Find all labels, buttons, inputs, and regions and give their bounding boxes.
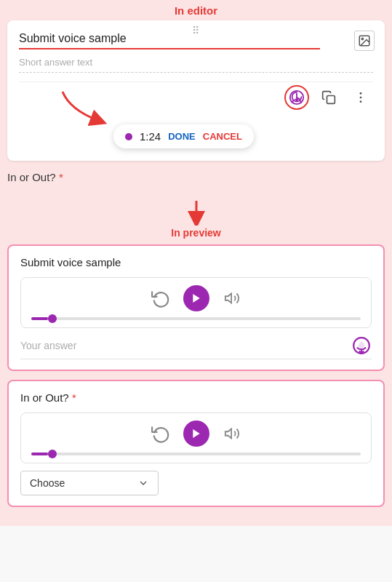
svg-point-11 (360, 92, 362, 95)
red-arrow (41, 88, 121, 139)
arrow-timer-area: 1:24 DONE CANCEL (19, 110, 373, 154)
progress-bar-2[interactable] (31, 453, 361, 455)
arrow-section: In preview (0, 194, 392, 244)
more-options-button[interactable] (348, 85, 373, 110)
svg-marker-15 (193, 294, 199, 303)
timer-popup: 1:24 DONE CANCEL (113, 124, 254, 148)
image-icon-button[interactable] (354, 31, 375, 51)
in-or-out-editor-label: In or Out? * (7, 168, 385, 186)
audio-controls-1 (31, 285, 361, 311)
editor-label: In editor (0, 0, 392, 20)
svg-point-12 (360, 97, 362, 99)
svg-point-1 (361, 38, 363, 39)
chevron-down-icon (137, 477, 149, 489)
preview-section: Submit voice sample (0, 244, 392, 526)
volume-button-2[interactable] (221, 423, 243, 445)
required-indicator: * (59, 171, 63, 183)
svg-rect-4 (327, 96, 335, 104)
replay-button-2[interactable] (150, 423, 172, 445)
short-answer-label: Short answer text (19, 57, 373, 73)
play-button-2[interactable] (183, 420, 209, 447)
header-title: In editor (175, 4, 217, 17)
down-arrow-icon (182, 199, 211, 226)
preview-question-2-title: In or Out? * (20, 391, 372, 404)
your-answer-placeholder: Your answer (20, 340, 76, 351)
editor-section: ⠿ Short answer text (0, 20, 392, 194)
svg-marker-19 (193, 429, 199, 438)
choose-dropdown[interactable]: Choose (20, 471, 159, 495)
timer-cancel-button[interactable]: CANCEL (203, 131, 242, 142)
preview-question-1-title: Submit voice sample (20, 256, 372, 268)
svg-marker-16 (225, 294, 231, 303)
progress-fill-1 (31, 317, 48, 320)
preview-card-1: Submit voice sample (7, 244, 385, 371)
audio-controls-2 (31, 420, 361, 447)
your-answer-row: Your answer (20, 335, 372, 359)
svg-point-13 (360, 101, 362, 103)
record-refresh-button[interactable] (284, 85, 309, 110)
timer-time: 1:24 (140, 130, 161, 143)
preview-card-2: In or Out? * (7, 380, 385, 507)
audio-player-1 (20, 277, 372, 328)
progress-dot-2 (48, 450, 57, 458)
timer-done-button[interactable]: DONE (168, 131, 196, 142)
required-star-2: * (72, 391, 76, 404)
record-icon-1[interactable] (351, 335, 372, 356)
editor-card: ⠿ Short answer text (7, 20, 385, 161)
progress-bar-1[interactable] (31, 317, 361, 320)
choose-label: Choose (30, 477, 65, 489)
replay-button-1[interactable] (150, 287, 172, 309)
audio-player-2 (20, 412, 372, 463)
preview-question-2-text: In or Out? (20, 391, 69, 404)
svg-marker-20 (225, 429, 231, 439)
timer-dot (125, 133, 132, 140)
drag-handle: ⠿ (192, 25, 201, 36)
copy-button[interactable] (316, 85, 341, 110)
volume-button-1[interactable] (221, 287, 243, 309)
progress-dot-1 (48, 314, 57, 323)
question-title-input[interactable] (19, 32, 320, 49)
preview-label: In preview (171, 227, 220, 239)
progress-fill-2 (31, 453, 48, 455)
play-button-1[interactable] (183, 285, 209, 311)
